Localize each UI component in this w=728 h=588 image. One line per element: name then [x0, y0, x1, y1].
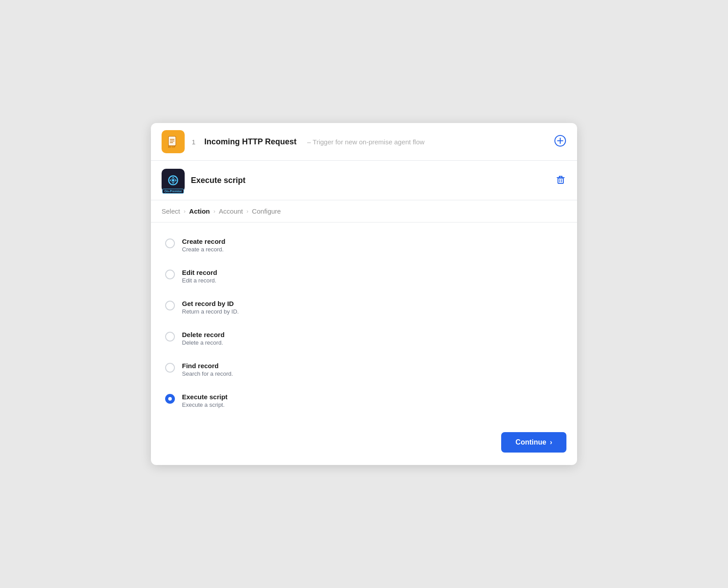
radio-execute-script[interactable]: [165, 394, 175, 404]
option-title-edit-record: Edit record: [182, 269, 217, 276]
execute-icon-container: On-Premise: [162, 169, 185, 192]
http-icon: HTTP: [166, 135, 180, 148]
option-desc-edit-record: Edit a record.: [182, 277, 217, 284]
continue-chevron-icon: ›: [550, 438, 552, 446]
options-list: Create recordCreate a record.Edit record…: [151, 222, 577, 423]
continue-button[interactable]: Continue ›: [501, 432, 566, 453]
execute-script-header: On-Premise Execute script: [151, 161, 577, 200]
main-panel: HTTP 1 Incoming HTTP Request – Trigger f…: [151, 123, 577, 465]
delete-button[interactable]: [555, 174, 566, 187]
chevron-icon-2: ›: [214, 208, 215, 215]
option-desc-get-record-by-id: Return a record by ID.: [182, 308, 239, 315]
svg-marker-10: [171, 177, 175, 179]
add-step-button[interactable]: [554, 135, 566, 149]
option-delete-record[interactable]: Delete recordDelete a record.: [162, 323, 566, 354]
option-desc-find-record: Search for a record.: [182, 370, 233, 377]
option-desc-delete-record: Delete a record.: [182, 339, 225, 346]
option-get-record-by-id[interactable]: Get record by IDReturn a record by ID.: [162, 292, 566, 323]
option-desc-execute-script: Execute a script.: [182, 401, 228, 408]
breadcrumb: Select › Action › Account › Configure: [151, 200, 577, 222]
breadcrumb-configure[interactable]: Configure: [252, 207, 281, 215]
radio-delete-record[interactable]: [165, 332, 175, 342]
option-title-find-record: Find record: [182, 362, 233, 369]
footer: Continue ›: [151, 423, 577, 465]
radio-edit-record[interactable]: [165, 270, 175, 279]
svg-marker-13: [174, 179, 177, 182]
breadcrumb-account[interactable]: Account: [219, 207, 243, 215]
on-premise-badge: On-Premise: [162, 189, 184, 194]
option-edit-record[interactable]: Edit recordEdit a record.: [162, 261, 566, 292]
option-desc-create-record: Create a record.: [182, 246, 226, 253]
execute-script-title: Execute script: [191, 176, 245, 185]
option-create-record[interactable]: Create recordCreate a record.: [162, 230, 566, 261]
trigger-icon: HTTP: [162, 130, 185, 153]
svg-rect-15: [558, 178, 563, 183]
trigger-step: 1: [192, 138, 195, 146]
radio-create-record[interactable]: [165, 238, 175, 248]
breadcrumb-select[interactable]: Select: [162, 207, 180, 215]
svg-point-14: [172, 179, 174, 182]
option-find-record[interactable]: Find recordSearch for a record.: [162, 354, 566, 385]
on-premise-icon: [166, 173, 180, 187]
option-title-create-record: Create record: [182, 238, 226, 245]
trigger-subtitle: – Trigger for new on-premise agent flow: [307, 138, 424, 146]
chevron-icon-3: ›: [246, 208, 248, 215]
radio-find-record[interactable]: [165, 363, 175, 373]
continue-label: Continue: [515, 438, 546, 446]
svg-marker-12: [170, 179, 172, 182]
breadcrumb-action[interactable]: Action: [189, 207, 210, 215]
svg-marker-11: [171, 182, 175, 184]
svg-text:HTTP: HTTP: [168, 145, 175, 149]
option-title-get-record-by-id: Get record by ID: [182, 300, 239, 307]
trigger-title: Incoming HTTP Request: [204, 137, 297, 147]
option-title-execute-script: Execute script: [182, 393, 228, 401]
radio-get-record-by-id[interactable]: [165, 301, 175, 310]
option-title-delete-record: Delete record: [182, 331, 225, 338]
trigger-row: HTTP 1 Incoming HTTP Request – Trigger f…: [151, 123, 577, 161]
chevron-icon-1: ›: [184, 208, 186, 215]
option-execute-script[interactable]: Execute scriptExecute a script.: [162, 385, 566, 416]
